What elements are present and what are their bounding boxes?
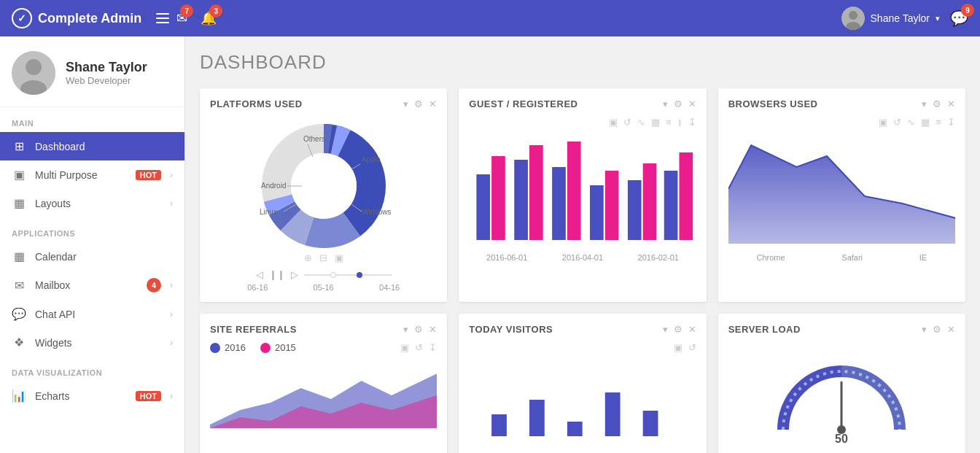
chart-line-icon[interactable]: ∿	[907, 117, 915, 128]
chart-expand-icon[interactable]: ▣	[400, 342, 409, 353]
sidebar-item-label: Layouts	[35, 198, 161, 209]
close-icon[interactable]: ✕	[688, 324, 696, 335]
gear-icon[interactable]: ⚙	[674, 98, 682, 109]
widget-header: SITE REFERRALS ▾ ⚙ ✕	[200, 314, 447, 335]
sidebar-item-echarts[interactable]: 📊 Echarts HOT ›	[0, 382, 184, 410]
chart-list-icon[interactable]: ≡	[666, 117, 672, 128]
date-label: 2016-04-01	[562, 253, 603, 262]
svg-text:Others: Others	[303, 135, 325, 143]
collapse-icon[interactable]: ▾	[403, 98, 408, 109]
user-menu[interactable]: Shane Taylor ▾	[841, 7, 940, 30]
topnav: ✓ Complete Admin ✉ 7 🔔 3 Shane Taylor ▾	[0, 0, 980, 36]
mail-icon-wrap[interactable]: ✉ 7	[176, 10, 187, 26]
svg-rect-40	[567, 422, 583, 436]
svg-rect-41	[605, 392, 621, 436]
chat-icon-wrap[interactable]: 💬 9	[950, 9, 968, 27]
widget-title: BROWSERS USED	[728, 98, 916, 109]
sidebar-item-widgets[interactable]: ❖ Widgets ›	[0, 328, 184, 357]
close-icon[interactable]: ✕	[429, 98, 437, 109]
widget-controls: ▾ ⚙ ✕	[922, 324, 955, 335]
main-content: DASHBOARD PLATFORMS USED ▾ ⚙ ✕	[185, 36, 980, 453]
referral-chart	[210, 359, 437, 432]
bell-icon-wrap[interactable]: 🔔 3	[201, 10, 217, 26]
bar-chart	[469, 131, 696, 247]
sidebar-profile: Shane Taylor Web Developer	[0, 36, 184, 107]
chevron-right-icon: ›	[170, 338, 173, 348]
pie-filter-icon[interactable]: ⊟	[319, 252, 327, 263]
next-icon[interactable]: ▷	[291, 269, 298, 280]
chart-expand-icon[interactable]: ▣	[674, 342, 682, 353]
collapse-icon[interactable]: ▾	[403, 324, 408, 335]
collapse-icon[interactable]: ▾	[663, 98, 668, 109]
sidebar-item-calendar[interactable]: ▦ Calendar	[0, 242, 184, 271]
chart-column-icon[interactable]: ⫿	[677, 117, 682, 128]
widget-title: SERVER LOAD	[728, 324, 916, 335]
chart-line-icon[interactable]: ∿	[637, 117, 645, 128]
sidebar-item-dashboard[interactable]: ⊞ Dashboard	[0, 132, 184, 160]
close-icon[interactable]: ✕	[688, 98, 696, 109]
close-icon[interactable]: ✕	[947, 98, 955, 109]
chart-download-icon[interactable]: ↧	[947, 117, 955, 128]
chart-refresh-icon[interactable]: ↺	[688, 342, 696, 353]
svg-text:50: 50	[835, 433, 848, 444]
close-icon[interactable]: ✕	[429, 324, 437, 335]
widgets-icon: ❖	[12, 336, 26, 349]
svg-rect-34	[680, 152, 693, 240]
gear-icon[interactable]: ⚙	[414, 98, 423, 109]
chart-save-icon[interactable]: ↧	[429, 342, 437, 353]
date-label: 04-16	[379, 283, 400, 292]
close-icon[interactable]: ✕	[947, 324, 955, 335]
brand-name: Complete Admin	[38, 11, 141, 26]
brand: ✓ Complete Admin	[12, 8, 141, 28]
chart-bar-icon[interactable]: ▦	[651, 117, 660, 128]
user-name: Shane Taylor	[871, 12, 930, 24]
browser-label: Safari	[841, 253, 863, 262]
pie-save-icon[interactable]: ▣	[335, 252, 343, 263]
widget-header: TODAY VISITORS ▾ ⚙ ✕	[459, 314, 706, 335]
sidebar-item-layouts[interactable]: ▦ Layouts ›	[0, 189, 184, 217]
svg-rect-28	[567, 142, 581, 240]
sidebar-item-label: Chat API	[35, 309, 161, 320]
pie-chart-type-icon[interactable]: ⊕	[304, 252, 312, 263]
chart-expand-icon[interactable]: ▣	[879, 117, 887, 128]
chevron-right-icon: ›	[170, 280, 173, 290]
legend-dot-2016	[210, 343, 220, 353]
gear-icon[interactable]: ⚙	[933, 98, 941, 109]
layouts-icon: ▦	[12, 196, 26, 210]
area-chart	[728, 131, 955, 247]
widget-body: Others Apple Android Linux Windows	[200, 109, 447, 302]
chart-refresh-icon[interactable]: ↺	[623, 117, 631, 128]
svg-text:Apple: Apple	[362, 155, 381, 163]
chart-download-icon[interactable]: ↧	[688, 117, 696, 128]
pause-icon[interactable]: ❙❙	[269, 269, 285, 280]
collapse-icon[interactable]: ▾	[922, 324, 927, 335]
widget-title: TODAY VISITORS	[469, 324, 656, 335]
gear-icon[interactable]: ⚙	[414, 324, 423, 335]
sidebar: Shane Taylor Web Developer MAIN ⊞ Dashbo…	[0, 36, 185, 453]
collapse-icon[interactable]: ▾	[922, 98, 927, 109]
chart-refresh-icon[interactable]: ↺	[415, 342, 423, 353]
sidebar-item-multi-purpose[interactable]: ▣ Multi Purpose HOT ›	[0, 160, 184, 189]
gauge-chart: 50	[769, 349, 914, 444]
chart-refresh-icon[interactable]: ↺	[893, 117, 901, 128]
menu-toggle-button[interactable]	[156, 13, 169, 23]
sidebar-item-mailbox[interactable]: ✉ Mailbox 4 ›	[0, 271, 184, 300]
widget-header: GUEST / REGISTERED ▾ ⚙ ✕	[459, 88, 706, 109]
sidebar-item-label: Multi Purpose	[35, 169, 127, 181]
chart-expand-icon[interactable]: ▣	[609, 117, 618, 128]
svg-marker-35	[728, 145, 955, 244]
gear-icon[interactable]: ⚙	[674, 324, 682, 335]
chevron-right-icon: ›	[170, 391, 173, 401]
prev-icon[interactable]: ◁	[256, 269, 263, 280]
svg-point-1	[849, 11, 858, 20]
sidebar-item-chat-api[interactable]: 💬 Chat API ›	[0, 300, 184, 328]
date-label: 2016-06-01	[486, 253, 527, 262]
brand-icon: ✓	[12, 8, 32, 28]
date-label: 05-16	[314, 283, 334, 292]
widget-body: ▣ ↺	[459, 335, 706, 453]
collapse-icon[interactable]: ▾	[663, 324, 668, 335]
widget-controls: ▾ ⚙ ✕	[922, 98, 955, 109]
gear-icon[interactable]: ⚙	[933, 324, 941, 335]
chart-list-icon[interactable]: ≡	[936, 117, 941, 128]
chart-bar-icon[interactable]: ▦	[921, 117, 930, 128]
